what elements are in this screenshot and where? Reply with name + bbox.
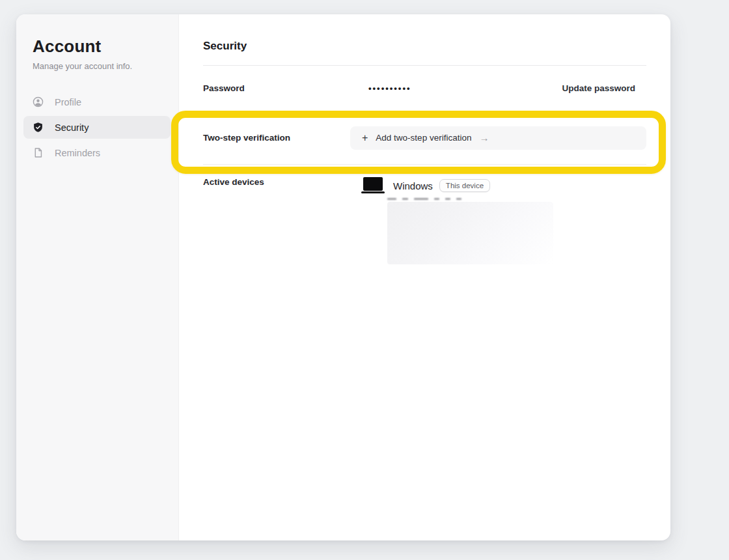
sidebar-item-profile[interactable]: Profile [23, 91, 171, 113]
password-row: Password •••••••••• Update password [203, 66, 646, 111]
device-entry: Windows This device [350, 177, 553, 264]
shield-icon [33, 122, 44, 133]
redacted-text-fragments [387, 197, 553, 201]
two-step-value-area: + Add two-step verification → [350, 126, 646, 150]
two-step-verification-row: Two-step verification + Add two-step ver… [203, 111, 646, 165]
sidebar-item-label: Profile [55, 97, 81, 107]
section-heading: Security [203, 39, 646, 53]
device-line: Windows This device [361, 177, 553, 194]
sidebar-nav: Profile Security [23, 91, 171, 164]
password-value-area: •••••••••• Update password [350, 83, 646, 93]
page-subtitle: Manage your account info. [33, 61, 171, 72]
page: Account Manage your account info. Profil… [0, 0, 729, 560]
add-two-step-label: Add two-step verification [376, 133, 471, 143]
account-settings-card: Account Manage your account info. Profil… [16, 14, 670, 540]
update-password-button[interactable]: Update password [562, 83, 635, 93]
sidebar-item-security[interactable]: Security [23, 116, 171, 139]
redacted-blur-block [387, 202, 553, 264]
add-two-step-verification-button[interactable]: + Add two-step verification → [350, 126, 646, 150]
active-devices-value-area: Windows This device [350, 177, 646, 264]
this-device-badge: This device [439, 179, 490, 192]
sidebar-item-label: Security [55, 122, 89, 133]
active-devices-row: Active devices Windows This device [203, 165, 646, 264]
sidebar: Account Manage your account info. Profil… [16, 14, 179, 540]
sidebar-item-reminders[interactable]: Reminders [23, 141, 171, 164]
device-os-name: Windows [393, 180, 433, 191]
document-icon [33, 147, 44, 158]
arrow-right-icon: → [479, 132, 489, 143]
plus-icon: + [362, 133, 368, 143]
page-title: Account [33, 36, 171, 56]
two-step-label: Two-step verification [203, 133, 350, 143]
active-devices-label: Active devices [203, 177, 350, 187]
redacted-device-details [387, 197, 553, 264]
security-panel: Security Password •••••••••• Update pass… [179, 14, 670, 540]
password-masked-value: •••••••••• [368, 83, 411, 93]
laptop-icon [361, 177, 385, 194]
password-label: Password [203, 83, 350, 93]
user-icon [33, 96, 44, 107]
sidebar-item-label: Reminders [55, 148, 100, 158]
